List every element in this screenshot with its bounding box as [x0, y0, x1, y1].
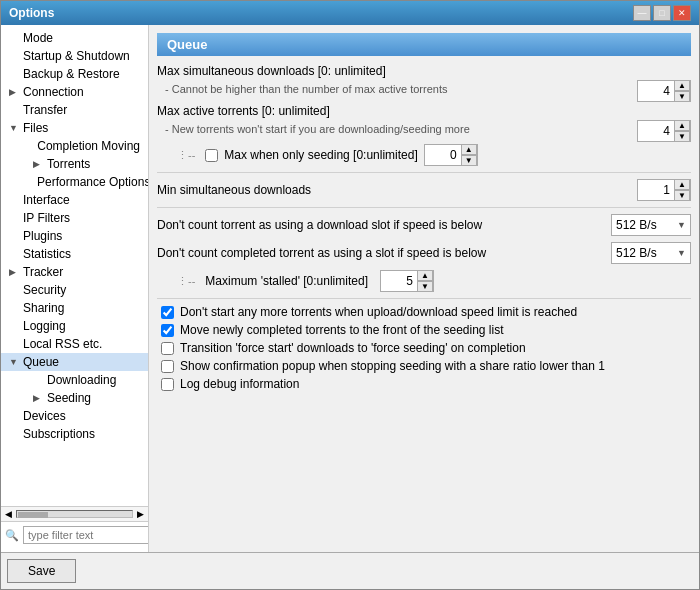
- sidebar-item-transfer[interactable]: Transfer: [1, 101, 148, 119]
- check2-label: Move newly completed torrents to the fro…: [180, 323, 504, 337]
- expand-arrow-seeding: ▶: [33, 393, 43, 403]
- spinner-down[interactable]: ▼: [461, 155, 477, 166]
- spinner-up[interactable]: ▲: [674, 80, 690, 91]
- max-seeding-row: ⋮-- Max when only seeding [0:unlimited] …: [157, 144, 691, 166]
- sidebar-item-completion[interactable]: Completion Moving: [1, 137, 148, 155]
- expand-arrow-tracker: ▶: [9, 267, 19, 277]
- spinner-up[interactable]: ▲: [674, 179, 690, 190]
- maximize-button[interactable]: □: [653, 5, 671, 21]
- max-active-input[interactable]: 4: [638, 121, 674, 141]
- min-simultaneous-spinner[interactable]: 1 ▲ ▼: [637, 179, 691, 201]
- check5-row: Log debug information: [157, 377, 691, 391]
- spinner-down[interactable]: ▼: [674, 131, 690, 142]
- panel-title: Queue: [157, 33, 691, 56]
- scroll-left-btn[interactable]: ◀: [5, 509, 12, 519]
- max-simultaneous-label: Max simultaneous downloads [0: unlimited…: [157, 64, 691, 78]
- filter-input[interactable]: [23, 526, 149, 544]
- sidebar-item-downloading[interactable]: Downloading: [1, 371, 148, 389]
- check3-label: Transition 'force start' downloads to 'f…: [180, 341, 526, 355]
- dont-count-dl-label: Don't count torrent as using a download …: [157, 218, 605, 232]
- check4-checkbox[interactable]: [161, 360, 174, 373]
- minimize-button[interactable]: —: [633, 5, 651, 21]
- dont-count-dl-row: Don't count torrent as using a download …: [157, 214, 691, 236]
- sidebar-item-interface[interactable]: Interface: [1, 191, 148, 209]
- sidebar-item-plugins[interactable]: Plugins: [1, 227, 148, 245]
- expand-arrow-files: ▼: [9, 123, 19, 133]
- sidebar-item-statistics[interactable]: Statistics: [1, 245, 148, 263]
- search-icon: 🔍: [5, 529, 19, 542]
- indent-dots: ⋮--: [177, 149, 195, 162]
- spinner-down[interactable]: ▼: [674, 190, 690, 201]
- bottom-bar: Save: [1, 552, 699, 589]
- chevron-down-icon: ▼: [677, 220, 686, 230]
- dont-count-dl-dropdown[interactable]: 512 B/s ▼: [611, 214, 691, 236]
- divider2: [157, 207, 691, 208]
- check2-checkbox[interactable]: [161, 324, 174, 337]
- sidebar-item-backup[interactable]: Backup & Restore: [1, 65, 148, 83]
- dont-count-dl-value: 512 B/s: [616, 218, 677, 232]
- min-simultaneous-input[interactable]: 1: [638, 180, 674, 200]
- main-content: Mode Startup & Shutdown Backup & Restore…: [1, 25, 699, 552]
- scroll-right-btn[interactable]: ▶: [137, 509, 144, 519]
- max-stalled-spinner[interactable]: 5 ▲ ▼: [380, 270, 434, 292]
- dont-count-completed-dropdown[interactable]: 512 B/s ▼: [611, 242, 691, 264]
- check1-row: Don't start any more torrents when uploa…: [157, 305, 691, 319]
- max-stalled-input[interactable]: 5: [381, 271, 417, 291]
- sidebar-item-files[interactable]: ▼ Files: [1, 119, 148, 137]
- divider1: [157, 172, 691, 173]
- spinner-btns: ▲ ▼: [417, 270, 433, 292]
- sidebar-item-logging[interactable]: Logging: [1, 317, 148, 335]
- dont-count-completed-row: Don't count completed torrent as using a…: [157, 242, 691, 264]
- max-simultaneous-sublabel: - Cannot be higher than the number of ma…: [165, 83, 631, 95]
- sidebar-item-seeding[interactable]: ▶ Seeding: [1, 389, 148, 407]
- divider3: [157, 298, 691, 299]
- sidebar-item-security[interactable]: Security: [1, 281, 148, 299]
- max-simultaneous-input[interactable]: 4: [638, 81, 674, 101]
- check5-label: Log debug information: [180, 377, 299, 391]
- sidebar-item-subscriptions[interactable]: Subscriptions: [1, 425, 148, 443]
- scroll-thumb[interactable]: [18, 512, 48, 518]
- title-bar: Options — □ ✕: [1, 1, 699, 25]
- max-stalled-row: ⋮-- Maximum 'stalled' [0:unlimited] 5 ▲ …: [157, 270, 691, 292]
- queue-panel: Queue Max simultaneous downloads [0: unl…: [149, 25, 699, 552]
- close-button[interactable]: ✕: [673, 5, 691, 21]
- sidebar-item-queue[interactable]: ▼ Queue: [1, 353, 148, 371]
- max-active-spinner[interactable]: 4 ▲ ▼: [637, 120, 691, 142]
- spinner-up[interactable]: ▲: [674, 120, 690, 131]
- sidebar-item-startup[interactable]: Startup & Shutdown: [1, 47, 148, 65]
- spinner-down[interactable]: ▼: [417, 281, 433, 292]
- check5-checkbox[interactable]: [161, 378, 174, 391]
- max-seeding-spinner[interactable]: 0 ▲ ▼: [424, 144, 478, 166]
- spinner-up[interactable]: ▲: [461, 144, 477, 155]
- max-active-section: Max active torrents [0: unlimited] - New…: [157, 104, 691, 142]
- sidebar-item-performance[interactable]: Performance Options: [1, 173, 148, 191]
- sidebar-item-torrents[interactable]: ▶ Torrents: [1, 155, 148, 173]
- save-button[interactable]: Save: [7, 559, 76, 583]
- max-seeding-input[interactable]: 0: [425, 145, 461, 165]
- expand-icon: ▶: [9, 87, 19, 97]
- sidebar-item-connection[interactable]: ▶ Connection: [1, 83, 148, 101]
- sidebar-item-ipfilters[interactable]: IP Filters: [1, 209, 148, 227]
- sidebar-item-localrss[interactable]: Local RSS etc.: [1, 335, 148, 353]
- sidebar-scrollbar[interactable]: ◀ ▶: [1, 506, 148, 521]
- dont-count-completed-value: 512 B/s: [616, 246, 677, 260]
- spinner-btns: ▲ ▼: [674, 179, 690, 201]
- spinner-btns: ▲ ▼: [674, 120, 690, 142]
- sidebar: Mode Startup & Shutdown Backup & Restore…: [1, 25, 149, 552]
- max-seeding-checkbox[interactable]: [205, 149, 218, 162]
- max-simultaneous-spinner[interactable]: 4 ▲ ▼: [637, 80, 691, 102]
- check1-checkbox[interactable]: [161, 306, 174, 319]
- spinner-down[interactable]: ▼: [674, 91, 690, 102]
- spinner-up[interactable]: ▲: [417, 270, 433, 281]
- scroll-track[interactable]: [16, 510, 133, 518]
- max-active-label: Max active torrents [0: unlimited]: [157, 104, 691, 118]
- sidebar-item-mode[interactable]: Mode: [1, 29, 148, 47]
- min-simultaneous-label: Min simultaneous downloads: [157, 183, 631, 197]
- sidebar-item-sharing[interactable]: Sharing: [1, 299, 148, 317]
- sidebar-item-tracker[interactable]: ▶ Tracker: [1, 263, 148, 281]
- indent-dots2: ⋮--: [177, 275, 195, 288]
- sidebar-item-devices[interactable]: Devices: [1, 407, 148, 425]
- check3-checkbox[interactable]: [161, 342, 174, 355]
- check4-row: Show confirmation popup when stopping se…: [157, 359, 691, 373]
- max-active-sublabel: - New torrents won't start if you are do…: [165, 123, 631, 135]
